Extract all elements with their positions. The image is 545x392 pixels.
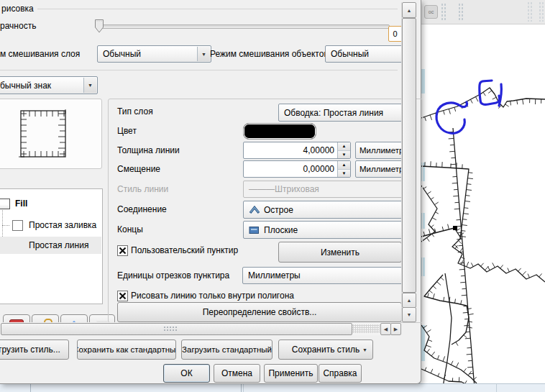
inside-polygon-label: Рисовать линию только внутри полигона (131, 291, 294, 301)
feature-blend-value: Обычный (331, 49, 369, 59)
scroll-track[interactable] (352, 324, 380, 333)
toolbar-badge-icon[interactable]: oc (424, 5, 438, 19)
status-strip (0, 383, 545, 392)
offset-spinbox[interactable]: 0,00000 ▲▼ (243, 160, 351, 178)
load-style-button[interactable]: грузить стиль... (0, 339, 69, 360)
join-style-value: Острое (264, 205, 293, 215)
inside-polygon-checkbox[interactable] (117, 291, 128, 301)
offset-unit-combo[interactable]: Миллиметры (355, 160, 406, 178)
cap-style-label: Концы (117, 224, 143, 234)
join-style-label: Соединение (117, 204, 167, 214)
scroll-left-icon[interactable]: ◀ (380, 323, 391, 335)
layer-blend-combo[interactable]: Обычный ▼ (97, 45, 211, 63)
save-style-button[interactable]: Сохранить стиль ▼ (278, 339, 373, 360)
chevron-down-icon: ▼ (362, 347, 367, 352)
help-button[interactable]: Справка (319, 364, 362, 383)
vertical-scrollbar[interactable]: ▲ ▲ ▼ (401, 2, 416, 322)
tree-item-label: Простая заливка (29, 220, 96, 230)
cancel-button[interactable]: Отмена (214, 364, 260, 383)
chevron-down-icon: ▼ (83, 78, 96, 93)
miter-join-icon (249, 205, 260, 214)
scroll-up-icon[interactable]: ▲ (402, 293, 416, 308)
horizontal-scrollbar[interactable]: ◀ ▶ (0, 322, 400, 335)
dash-units-label: Единицы отрезков пунктира (117, 270, 229, 281)
map-toolbar: oc (421, 0, 545, 24)
ok-button[interactable]: ОК (163, 364, 210, 383)
status-separator (241, 384, 242, 392)
tree-item-fill[interactable]: Fill (0, 195, 101, 212)
spin-down-icon[interactable]: ▼ (338, 151, 350, 159)
layer-type-label: Тип слоя (117, 106, 153, 117)
offset-value: 0,00000 (303, 161, 334, 177)
chevron-down-icon: ▼ (197, 47, 210, 61)
symbol-type-combo[interactable]: бычный знак ▼ (0, 76, 98, 94)
spin-down-icon[interactable]: ▼ (338, 170, 350, 178)
section-divider (0, 70, 398, 70)
horizontal-scroll-thumb[interactable] (1, 323, 352, 335)
save-as-default-button[interactable]: Сохранить как стандартный (77, 339, 176, 360)
feature-blend-label: Режим смешивания объектов (210, 49, 329, 59)
custom-dash-label: Пользовательский пунктир (131, 245, 238, 255)
line-width-spinbox[interactable]: 4,00000 ▲▼ (243, 142, 351, 159)
vertical-scroll-thumb[interactable] (402, 18, 416, 293)
dash-units-combo[interactable]: Миллиметры (242, 267, 407, 284)
scroll-up-icon[interactable]: ▲ (402, 2, 416, 18)
thumb-grip (163, 326, 178, 332)
rendering-group-title: рисовка (1, 4, 37, 14)
groupbox-line (37, 9, 398, 9)
join-style-combo[interactable]: Острое (243, 201, 407, 219)
layer-type-value: Обводка: Простая линия (284, 108, 383, 118)
offset-unit: Миллиметры (359, 165, 406, 173)
symbol-type-value: бычный знак (0, 81, 51, 91)
layer-blend-label: м смешивания слоя (0, 49, 80, 59)
tree-item-label: Fill (15, 199, 27, 209)
map-canvas[interactable] (421, 24, 545, 392)
line-width-unit: Миллиметры (359, 146, 406, 155)
cap-style-value: Плоские (264, 225, 298, 235)
scroll-right-icon[interactable]: ▶ (390, 323, 401, 335)
layer-blend-value: Обычный (103, 49, 141, 59)
tree-item-label: Простая линия (29, 240, 88, 250)
spin-up-icon[interactable]: ▲ (338, 161, 350, 170)
symbol-preview (0, 99, 101, 168)
simple-fill-icon (12, 220, 23, 231)
screen: oc рисовка рачность 0 м смешивания с (0, 0, 545, 392)
layer-type-combo[interactable]: Обводка: Простая линия (278, 104, 407, 122)
toolbar-grip[interactable] (539, 1, 544, 22)
feature-blend-combo[interactable]: Обычный (325, 45, 407, 63)
pen-style-label: Стиль линии (117, 184, 168, 194)
cap-style-combo[interactable]: Плоские (243, 221, 407, 239)
color-label: Цвет (117, 126, 137, 136)
corner-spin-field[interactable]: 0 (388, 26, 402, 42)
transparency-label: рачность (0, 21, 36, 31)
symbol-properties-dialog: рисовка рачность 0 м смешивания слоя Обы… (0, 0, 421, 384)
status-separator (30, 384, 31, 392)
tree-item-simple-line[interactable]: Простая линия (0, 237, 101, 254)
toolbar-grip[interactable] (458, 3, 464, 22)
scroll-down-icon[interactable]: ▼ (402, 307, 416, 322)
load-default-button[interactable]: Загрузить стандартный (181, 339, 272, 360)
spin-up-icon[interactable]: ▲ (338, 142, 350, 151)
custom-dash-checkbox[interactable] (117, 245, 128, 256)
color-button[interactable] (243, 123, 316, 140)
save-style-label: Сохранить стиль (292, 345, 359, 355)
apply-button[interactable]: Применить (264, 364, 318, 383)
line-width-unit-combo[interactable]: Миллиметры (355, 142, 406, 159)
dash-units-value: Миллиметры (248, 270, 301, 281)
status-separator (496, 384, 497, 392)
transparency-slider-handle[interactable] (94, 19, 104, 34)
toolbar-grip[interactable] (441, 3, 446, 22)
line-width-value: 4,00000 (303, 142, 334, 158)
transparency-slider[interactable] (99, 24, 390, 29)
line-width-label: Толщина линии (117, 145, 180, 155)
tree-item-simple-fill[interactable]: Простая заливка (0, 216, 101, 234)
status-separator (243, 384, 244, 392)
symbol-preview-panel (0, 99, 102, 169)
toolbar-grip[interactable] (527, 1, 533, 22)
offset-label: Смещение (117, 164, 160, 174)
pen-style-value: ———Штриховая (249, 184, 319, 194)
change-dash-button[interactable]: Изменить (278, 242, 402, 263)
symbol-layer-tree: Fill Простая заливка Простая линия (0, 188, 103, 304)
fill-symbol-icon (0, 199, 10, 209)
data-defined-button[interactable]: Переопределение свойств... (117, 302, 402, 322)
